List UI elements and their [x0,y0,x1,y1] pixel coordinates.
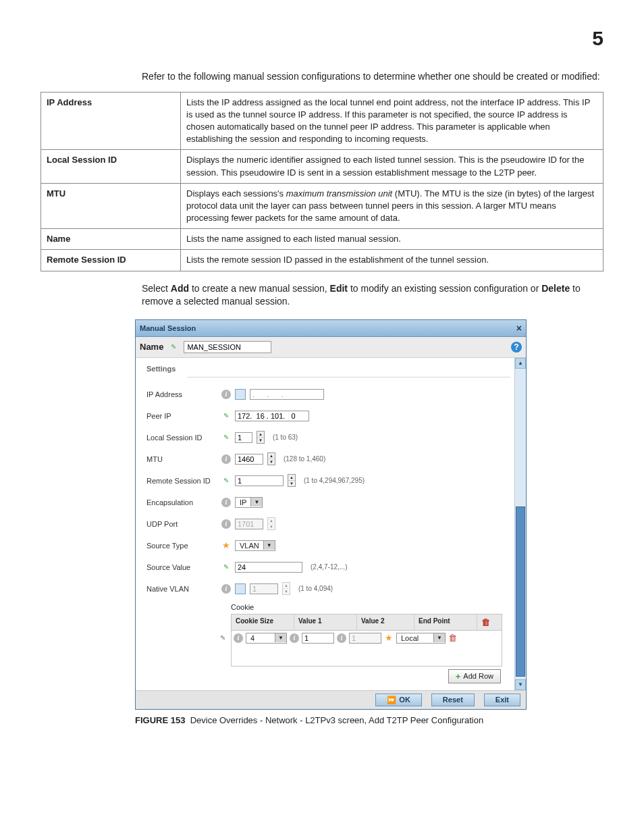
ok-button[interactable]: ⏩OK [375,694,422,706]
cookie-table: Cookie Size Value 1 Value 2 End Point 🗑 … [231,614,502,667]
figure-caption: FIGURE 153 Device Overrides - Network - … [135,715,603,725]
required-icon: ✎ [221,433,231,442]
col-header: End Point [414,615,477,630]
info-icon: i [221,498,231,507]
local-session-id-input[interactable] [235,432,252,443]
row-desc: Lists the IP address assigned as the loc… [181,92,603,150]
row-desc: Displays each sessions's maximum transmi… [181,183,603,229]
spinner-buttons[interactable]: ▲▼ [267,452,275,465]
required-icon: ✎ [169,342,178,352]
reset-button[interactable]: Reset [431,694,475,706]
peer-ip-input[interactable] [235,411,309,421]
row-label: Remote Session ID [41,250,181,271]
udp-port-label: UDP Port [146,520,217,528]
native-vlan-checkbox[interactable] [235,583,246,594]
col-header: Value 2 [357,615,414,630]
cookie-size-select[interactable]: 4▼ [246,633,287,644]
add-row-button[interactable]: Add Row [448,669,501,683]
hint-text: (2,4,7-12,...) [311,563,347,571]
pencil-icon[interactable]: ✎ [218,633,227,643]
encapsulation-select[interactable]: IP▼ [235,497,263,508]
info-icon: i [290,633,299,643]
remote-session-id-input[interactable] [235,475,284,486]
required-icon: ✎ [221,411,231,421]
spinner-buttons: ▲▼ [267,517,275,530]
chevron-down-icon: ▼ [263,541,275,550]
vertical-scrollbar[interactable]: ▲ ▼ [514,358,526,690]
remote-session-id-label: Remote Session ID [146,477,217,485]
settings-legend: Settings [146,365,510,373]
local-session-id-label: Local Session ID [146,434,217,442]
info-icon: i [221,390,231,399]
udp-port-input [235,519,263,529]
native-vlan-input [250,583,278,594]
required-icon: ✎ [221,476,231,486]
exit-button[interactable]: Exit [484,694,520,706]
intro-paragraph: Refer to the following manual session co… [142,70,603,84]
source-value-input[interactable] [235,562,302,573]
row-desc: Lists the name assigned to each listed m… [181,229,603,250]
scroll-thumb[interactable] [516,506,525,677]
info-icon: i [221,584,231,594]
dialog-title: Manual Session [140,324,196,332]
native-vlan-label: Native VLAN [146,585,217,593]
col-header: Value 1 [294,615,357,630]
endpoint-select[interactable]: Local▼ [396,633,446,644]
instruction-paragraph: Select Add to create a new manual sessio… [41,282,603,309]
cookie-label: Cookie [231,603,510,611]
star-icon: ★ [221,541,231,550]
ip-address-label: IP Address [146,390,217,398]
value1-input[interactable] [302,633,334,644]
chevron-down-icon: ▼ [433,633,445,642]
hint-text: (1 to 63) [273,434,298,441]
hint-text: (128 to 1,460) [284,455,325,463]
close-icon[interactable]: × [516,323,522,334]
star-icon: ★ [384,633,394,643]
dialog-screenshot: Manual Session × Name ✎ ? Settings IP Ad… [135,319,527,710]
scroll-down-icon[interactable]: ▼ [515,679,526,690]
row-desc: Displays the numeric identifier assigned… [181,150,603,183]
info-icon: i [234,633,243,643]
source-type-select[interactable]: VLAN▼ [235,540,275,551]
ip-address-input[interactable] [250,389,324,400]
source-value-label: Source Value [146,563,217,571]
info-icon: i [337,633,346,643]
name-label: Name [140,342,163,352]
trash-icon[interactable]: 🗑 [448,633,457,643]
hint-text: (1 to 4,094) [298,585,333,592]
value2-input [349,633,381,644]
mtu-input[interactable] [235,454,263,465]
definitions-table: IP Address Lists the IP address assigned… [41,92,603,271]
hint-text: (1 to 4,294,967,295) [304,477,365,484]
spinner-buttons[interactable]: ▲▼ [288,474,296,487]
scroll-up-icon[interactable]: ▲ [515,358,526,369]
help-icon[interactable]: ? [511,342,522,353]
name-input[interactable] [184,341,271,353]
row-label: Name [41,229,181,250]
spinner-buttons[interactable]: ▲▼ [257,431,265,444]
encapsulation-label: Encapsulation [146,498,217,506]
required-icon: ✎ [221,563,231,572]
col-header: Cookie Size [232,615,294,630]
mtu-label: MTU [146,455,217,463]
info-icon: i [221,454,231,464]
info-icon: i [221,519,231,529]
chevron-down-icon: ▼ [275,633,286,642]
source-type-label: Source Type [146,542,217,550]
spinner-buttons: ▲▼ [282,582,290,595]
row-label: Local Session ID [41,150,181,183]
row-desc: Lists the remote session ID passed in th… [181,250,603,271]
ip-address-checkbox[interactable] [235,389,246,400]
page-number: 5 [41,27,603,50]
row-label: MTU [41,183,181,229]
peer-ip-label: Peer IP [146,412,217,420]
trash-icon[interactable]: 🗑 [481,617,490,627]
chevron-down-icon: ▼ [250,498,262,506]
row-label: IP Address [41,92,181,150]
